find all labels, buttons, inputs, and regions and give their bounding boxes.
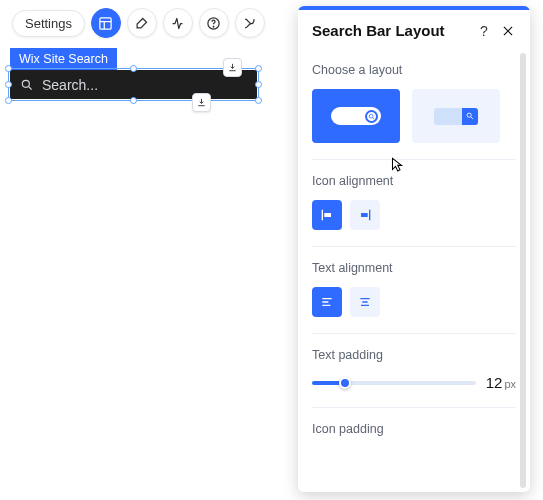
panel-body[interactable]: Choose a layout Icon alignment bbox=[298, 49, 530, 492]
align-right-icon bbox=[357, 207, 373, 223]
resize-handle[interactable] bbox=[5, 81, 12, 88]
settings-button[interactable]: Settings bbox=[12, 10, 85, 37]
animation-button[interactable] bbox=[163, 8, 193, 38]
resize-handle[interactable] bbox=[5, 97, 12, 104]
section-label: Icon padding bbox=[312, 422, 516, 436]
panel-title: Search Bar Layout bbox=[312, 22, 468, 39]
layout-icon bbox=[98, 16, 113, 31]
drag-handle-top[interactable] bbox=[223, 58, 242, 77]
help-button[interactable] bbox=[199, 8, 229, 38]
text-padding-value[interactable]: 12px bbox=[486, 374, 516, 391]
design-button[interactable] bbox=[127, 8, 157, 38]
svg-point-11 bbox=[467, 113, 471, 117]
text-align-left-icon bbox=[319, 294, 335, 310]
download-icon bbox=[196, 97, 207, 108]
resize-handle[interactable] bbox=[255, 65, 262, 72]
text-padding-slider[interactable] bbox=[312, 381, 476, 385]
motion-icon bbox=[170, 16, 185, 31]
section-label: Text padding bbox=[312, 348, 516, 362]
svg-rect-14 bbox=[324, 213, 331, 217]
widget-badge-label: Wix Site Search bbox=[19, 52, 108, 66]
align-left-icon bbox=[319, 207, 335, 223]
svg-point-9 bbox=[369, 114, 373, 118]
text-padding-unit: px bbox=[504, 378, 516, 390]
search-icon bbox=[465, 111, 475, 121]
svg-rect-0 bbox=[100, 17, 111, 28]
icon-align-left[interactable] bbox=[312, 200, 342, 230]
stretch-icon bbox=[242, 16, 257, 31]
icon-align-right[interactable] bbox=[350, 200, 380, 230]
svg-point-4 bbox=[213, 25, 214, 26]
resize-handle[interactable] bbox=[255, 81, 262, 88]
section-text-padding: Text padding 12px bbox=[312, 334, 516, 408]
section-label: Icon alignment bbox=[312, 174, 516, 188]
layout-settings-panel: Search Bar Layout ? Choose a layout bbox=[298, 6, 530, 492]
paintbrush-icon bbox=[134, 16, 149, 31]
download-icon bbox=[227, 62, 238, 73]
section-choose-layout: Choose a layout bbox=[312, 49, 516, 160]
text-align-center[interactable] bbox=[350, 287, 380, 317]
drag-handle-bottom[interactable] bbox=[192, 93, 211, 112]
section-label: Text alignment bbox=[312, 261, 516, 275]
settings-button-label: Settings bbox=[25, 16, 72, 31]
svg-line-12 bbox=[471, 117, 473, 119]
svg-rect-16 bbox=[361, 213, 368, 217]
close-icon bbox=[501, 24, 515, 38]
section-icon-padding: Icon padding bbox=[312, 408, 516, 464]
slider-thumb[interactable] bbox=[339, 377, 351, 389]
question-icon: ? bbox=[480, 23, 488, 39]
section-label: Choose a layout bbox=[312, 63, 516, 77]
panel-header: Search Bar Layout ? bbox=[298, 10, 530, 49]
text-align-left[interactable] bbox=[312, 287, 342, 317]
resize-handle[interactable] bbox=[130, 65, 137, 72]
section-text-alignment: Text alignment bbox=[312, 247, 516, 334]
search-icon bbox=[367, 112, 376, 121]
selected-widget[interactable]: Wix Site Search Search... bbox=[10, 48, 257, 99]
panel-close-button[interactable] bbox=[500, 23, 516, 39]
text-padding-number: 12 bbox=[486, 374, 503, 391]
panel-help-button[interactable]: ? bbox=[476, 23, 492, 39]
svg-line-10 bbox=[373, 117, 375, 119]
text-align-center-icon bbox=[357, 294, 373, 310]
resize-handle[interactable] bbox=[5, 65, 12, 72]
widget-badge: Wix Site Search bbox=[10, 48, 117, 70]
section-icon-alignment: Icon alignment bbox=[312, 160, 516, 247]
resize-handle[interactable] bbox=[255, 97, 262, 104]
layout-panel-button[interactable] bbox=[91, 8, 121, 38]
question-icon bbox=[206, 16, 221, 31]
layout-option-expanded[interactable] bbox=[312, 89, 400, 143]
stretch-button[interactable] bbox=[235, 8, 265, 38]
floating-toolbar: Settings bbox=[12, 8, 265, 38]
layout-option-compact[interactable] bbox=[412, 89, 500, 143]
resize-handle[interactable] bbox=[130, 97, 137, 104]
